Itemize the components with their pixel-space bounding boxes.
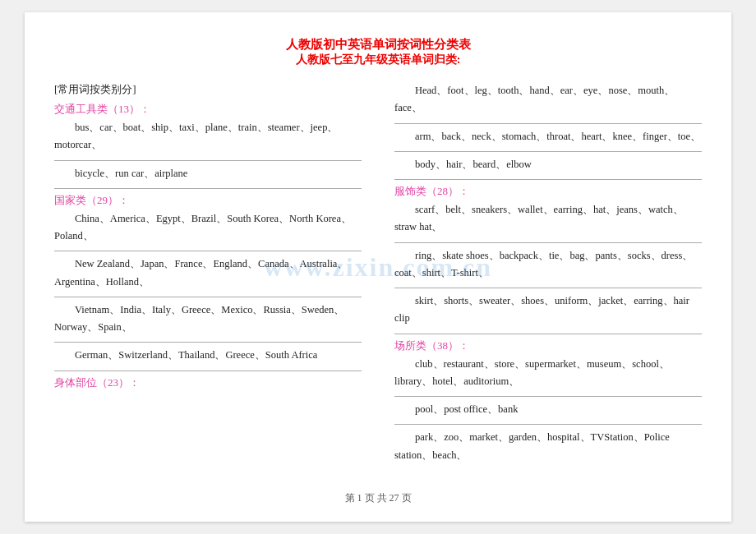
clothes-group-2: skirt、shorts、sweater、shoes、uniform、jacke… bbox=[394, 292, 702, 328]
section-country: 国家类（29）： China、America、Egypt、Brazil、Sout… bbox=[54, 193, 362, 365]
content: [常用词按类别分] 交通工具类（13）： bus、car、boat、ship、t… bbox=[54, 82, 702, 480]
body-group-1: arm、back、neck、stomach、throat、heart、knee、… bbox=[394, 128, 702, 145]
divider bbox=[54, 297, 362, 297]
category-title-country: 国家类（29）： bbox=[54, 193, 362, 208]
section-body-words: Head、foot、leg、tooth、hand、ear、eye、nose、mo… bbox=[394, 82, 702, 173]
body-group-0: Head、foot、leg、tooth、hand、ear、eye、nose、mo… bbox=[394, 82, 702, 117]
page-info: 第 1 页 共 27 页 bbox=[345, 492, 412, 504]
divider bbox=[54, 342, 362, 343]
page-subtitle: 人教版七至九年级英语单词归类: bbox=[54, 53, 702, 67]
country-group-1: New Zealand、Japan、France、England、Canada、… bbox=[54, 255, 362, 291]
divider bbox=[54, 188, 362, 189]
category-title-clothes: 服饰类（28）： bbox=[394, 184, 702, 199]
section-transport: 交通工具类（13）： bus、car、boat、ship、taxi、plane、… bbox=[54, 102, 362, 182]
place-group-1: pool、post office、bank bbox=[394, 401, 702, 418]
section-place: 场所类（38）： club、restaurant、store、supermark… bbox=[394, 338, 702, 464]
divider bbox=[394, 334, 702, 334]
page: www.zixin.com.cn 人教版初中英语单词按词性分类表 人教版七至九年… bbox=[25, 12, 731, 522]
transport-group-0: bus、car、boat、ship、taxi、plane、train、steam… bbox=[54, 119, 362, 154]
divider bbox=[394, 396, 702, 397]
divider bbox=[394, 179, 702, 180]
left-column: [常用词按类别分] 交通工具类（13）： bus、car、boat、ship、t… bbox=[54, 82, 378, 480]
divider bbox=[394, 242, 702, 243]
divider bbox=[54, 371, 362, 371]
clothes-group-1: ring、skate shoes、backpack、tie、bag、pants、… bbox=[394, 247, 702, 283]
category-title-place: 场所类（38）： bbox=[394, 338, 702, 353]
place-group-2: park、zoo、market、garden、hospital、TVStatio… bbox=[394, 429, 702, 464]
category-title-transport: 交通工具类（13）： bbox=[54, 102, 362, 117]
place-group-0: club、restaurant、store、supermarket、museum… bbox=[394, 356, 702, 391]
category-title-body: 身体部位（23）： bbox=[54, 375, 362, 390]
page-header: 人教版初中英语单词按词性分类表 人教版七至九年级英语单词归类: bbox=[54, 37, 702, 67]
page-footer: 第 1 页 共 27 页 bbox=[54, 491, 702, 505]
section-body: 身体部位（23）： bbox=[54, 375, 362, 390]
transport-group-1: bicycle、run car、airplane bbox=[54, 165, 362, 182]
country-group-2: Vietnam、India、Italy、Greece、Mexico、Russia… bbox=[54, 302, 362, 337]
section-clothes: 服饰类（28）： scarf、belt、sneakers、wallet、earr… bbox=[394, 184, 702, 328]
country-group-3: German、Switzerland、Thailand、Greece、South… bbox=[54, 347, 362, 364]
right-column: Head、foot、leg、tooth、hand、ear、eye、nose、mo… bbox=[378, 82, 702, 480]
country-group-0: China、America、Egypt、Brazil、South Korea、N… bbox=[54, 210, 362, 246]
divider bbox=[394, 123, 702, 124]
bracket-label: [常用词按类别分] bbox=[54, 82, 362, 97]
clothes-group-0: scarf、belt、sneakers、wallet、earring、hat、j… bbox=[394, 201, 702, 237]
body-group-2: body、hair、beard、elbow bbox=[394, 156, 702, 173]
divider bbox=[394, 151, 702, 152]
divider bbox=[394, 424, 702, 425]
divider bbox=[54, 251, 362, 251]
divider bbox=[54, 160, 362, 161]
divider bbox=[394, 288, 702, 288]
page-title: 人教版初中英语单词按词性分类表 bbox=[54, 37, 702, 53]
